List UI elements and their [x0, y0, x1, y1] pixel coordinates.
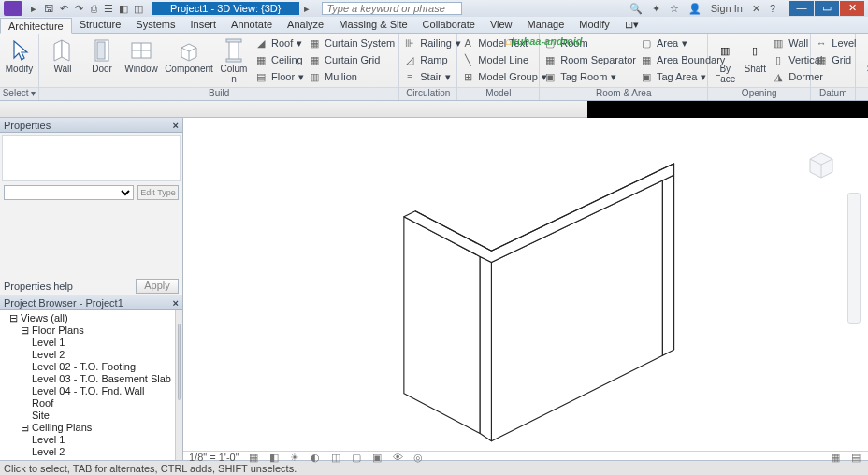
- floor-button[interactable]: ▤Floor ▾: [254, 69, 304, 84]
- wall-button[interactable]: Wall: [43, 36, 82, 74]
- shadows-icon[interactable]: ◐: [311, 452, 322, 463]
- tree-item[interactable]: Roof: [0, 397, 175, 410]
- properties-type-preview[interactable]: [2, 135, 181, 181]
- model-geometry: [183, 118, 868, 451]
- railing-button[interactable]: ⊪Railing ▾: [403, 36, 461, 50]
- set-workplane-button[interactable]: ▦ Set: [860, 36, 868, 74]
- column-button[interactable]: Colum n: [217, 36, 251, 84]
- open-icon[interactable]: ▸: [26, 3, 41, 15]
- tree-item[interactable]: Level 02 - T.O. Footing: [0, 361, 175, 373]
- crop-icon[interactable]: ▢: [352, 452, 363, 463]
- view-scale[interactable]: 1/8" = 1'-0": [189, 452, 239, 463]
- section-icon[interactable]: ◫: [131, 3, 146, 15]
- help-icon[interactable]: ?: [768, 3, 777, 14]
- level-button[interactable]: ↔Level: [815, 36, 856, 50]
- ramp-icon: ◿: [403, 53, 416, 66]
- properties-close[interactable]: ×: [173, 120, 179, 131]
- print-icon[interactable]: ⎙: [86, 3, 101, 14]
- properties-apply-button[interactable]: Apply: [136, 279, 179, 294]
- detail-level-icon[interactable]: ▦: [249, 452, 260, 463]
- model-group-button[interactable]: ⊞Model Group ▾: [461, 69, 547, 84]
- component-button[interactable]: Component: [165, 36, 213, 74]
- reveal-hidden-icon[interactable]: ◎: [413, 452, 425, 463]
- room-button[interactable]: ▢Room: [543, 36, 636, 50]
- shaft-button[interactable]: ▯ Shaft: [742, 36, 768, 74]
- crop-visible-icon[interactable]: ▣: [372, 452, 383, 463]
- subscription-icon[interactable]: ✦: [650, 3, 662, 15]
- project-browser-header[interactable]: Project Browser - Project1 ×: [0, 295, 182, 310]
- door-button[interactable]: Door: [86, 36, 118, 74]
- mullion-button[interactable]: ▥Mullion: [308, 69, 395, 84]
- tree-item[interactable]: Level 2: [0, 349, 175, 361]
- app-logo[interactable]: [4, 1, 22, 16]
- visual-style-icon[interactable]: ◧: [269, 452, 281, 463]
- tab-annotate[interactable]: Annotate: [224, 17, 280, 33]
- tree-item[interactable]: ⊟ Floor Plans: [0, 324, 175, 337]
- navigation-bar[interactable]: [847, 193, 861, 324]
- window-restore[interactable]: ▭: [815, 1, 839, 16]
- 3d-view-canvas[interactable]: [183, 118, 868, 451]
- project-browser-close[interactable]: ×: [173, 297, 179, 309]
- undo-icon[interactable]: ↶: [56, 3, 71, 15]
- rendering-icon[interactable]: ◫: [331, 452, 342, 463]
- ceiling-button[interactable]: ▦Ceiling: [254, 52, 304, 67]
- window-minimize[interactable]: —: [789, 1, 814, 16]
- tree-item[interactable]: Level 1: [0, 337, 175, 349]
- window-button[interactable]: Window: [122, 36, 161, 74]
- grid-button[interactable]: ▦Grid: [815, 52, 856, 67]
- tree-item[interactable]: Level 2: [0, 446, 175, 458]
- by-face-button[interactable]: ▥ By Face: [712, 36, 738, 84]
- signin-button[interactable]: Sign In: [709, 3, 745, 14]
- ramp-button[interactable]: ◿Ramp: [403, 52, 461, 67]
- worksets-icon[interactable]: ▦: [831, 452, 842, 463]
- measure-icon[interactable]: ◧: [116, 3, 131, 15]
- tree-item[interactable]: ⊟ Ceiling Plans: [0, 422, 175, 434]
- signin-icon[interactable]: 👤: [687, 3, 703, 15]
- tab-addins[interactable]: ⊡▾: [617, 17, 646, 33]
- tree-item[interactable]: Site: [0, 410, 175, 422]
- tab-massing[interactable]: Massing & Site: [331, 17, 414, 33]
- tab-structure[interactable]: Structure: [72, 17, 129, 33]
- tree-item[interactable]: Level 1: [0, 434, 175, 446]
- tag-room-button[interactable]: ▣Tag Room ▾: [543, 69, 636, 84]
- design-options-icon[interactable]: ▤: [851, 452, 862, 463]
- curtain-grid-button[interactable]: ▦Curtain Grid: [308, 52, 395, 67]
- search-icon[interactable]: 🔍: [628, 3, 644, 15]
- tree-item[interactable]: ⊟ Views (all): [0, 312, 175, 324]
- redo-icon[interactable]: ↷: [71, 3, 86, 15]
- project-browser-scrollbar[interactable]: [175, 310, 182, 460]
- panel-select[interactable]: Select ▾: [0, 87, 38, 100]
- tree-item[interactable]: Level 04 - T.O. Fnd. Wall: [0, 385, 175, 397]
- tab-systems[interactable]: Systems: [128, 17, 182, 33]
- save-icon[interactable]: 🖫: [41, 3, 56, 14]
- model-line-button[interactable]: ╲Model Line: [461, 52, 547, 67]
- tab-view[interactable]: View: [483, 17, 520, 33]
- tree-item[interactable]: Level 03 - T.O. Basement Slab: [0, 373, 175, 385]
- roof-button[interactable]: ◢Roof ▾: [254, 36, 304, 50]
- sun-path-icon[interactable]: ☀: [290, 452, 301, 463]
- infocenter-arrow-icon[interactable]: ▸: [299, 3, 314, 15]
- viewcube[interactable]: [803, 146, 840, 183]
- tab-insert[interactable]: Insert: [183, 17, 224, 33]
- tab-manage[interactable]: Manage: [520, 17, 572, 33]
- tab-modify[interactable]: Modify: [571, 17, 616, 33]
- sync-icon[interactable]: ☰: [101, 3, 116, 15]
- curtain-system-button[interactable]: ▦Curtain System: [308, 36, 395, 50]
- model-text-button[interactable]: AModel Text: [461, 36, 547, 50]
- edit-type-button[interactable]: Edit Type: [137, 185, 179, 200]
- tab-architecture[interactable]: Architecture: [0, 18, 72, 34]
- properties-header[interactable]: Properties ×: [0, 118, 182, 133]
- tab-analyze[interactable]: Analyze: [280, 17, 331, 33]
- stair-button[interactable]: ≡Stair ▾: [403, 69, 461, 84]
- exchange-icon[interactable]: ✕: [750, 3, 762, 15]
- search-input[interactable]: [322, 2, 462, 15]
- modify-button[interactable]: Modify: [4, 36, 35, 74]
- tab-collaborate[interactable]: Collaborate: [415, 17, 483, 33]
- project-browser-tree[interactable]: ⊟ Views (all)⊟ Floor PlansLevel 1Level 2…: [0, 310, 175, 460]
- properties-help-link[interactable]: Properties help: [4, 281, 73, 292]
- window-close[interactable]: ✕: [840, 1, 864, 16]
- favorites-icon[interactable]: ☆: [668, 3, 681, 15]
- hide-isolate-icon[interactable]: 👁: [393, 452, 404, 463]
- room-separator-button[interactable]: ▦Room Separator: [543, 52, 636, 67]
- properties-type-selector[interactable]: [4, 185, 134, 200]
